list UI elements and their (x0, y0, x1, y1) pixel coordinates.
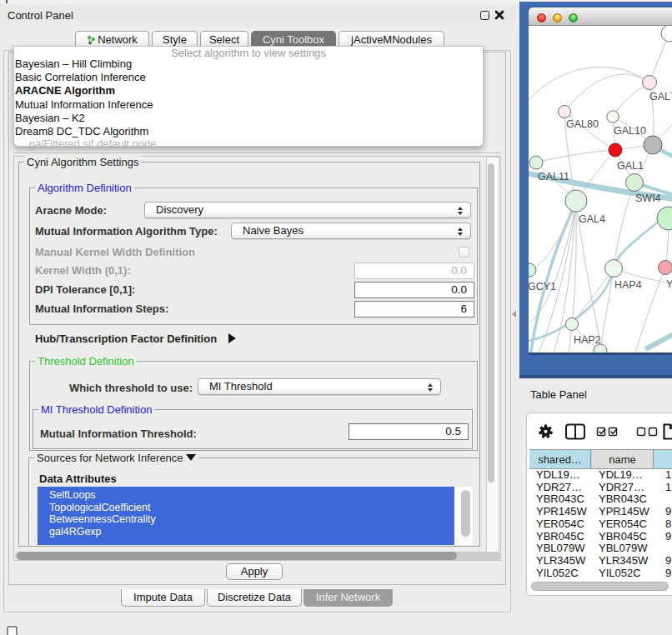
svg-text:GAL11: GAL11 (538, 171, 569, 182)
svg-text:GAL80: GAL80 (566, 118, 599, 130)
svg-text:GAL4: GAL4 (579, 213, 605, 225)
svg-text:GAL10: GAL10 (614, 125, 646, 137)
svg-text:GAL7: GAL7 (649, 91, 672, 102)
svg-text:GAL1: GAL1 (617, 160, 644, 172)
svg-text:SWI4: SWI4 (635, 192, 661, 204)
svg-text:HAP2: HAP2 (574, 334, 601, 346)
svg-text:HAP4: HAP4 (614, 279, 642, 291)
svg-text:Y: Y (666, 278, 672, 290)
svg-text:GCY1: GCY1 (529, 281, 556, 292)
